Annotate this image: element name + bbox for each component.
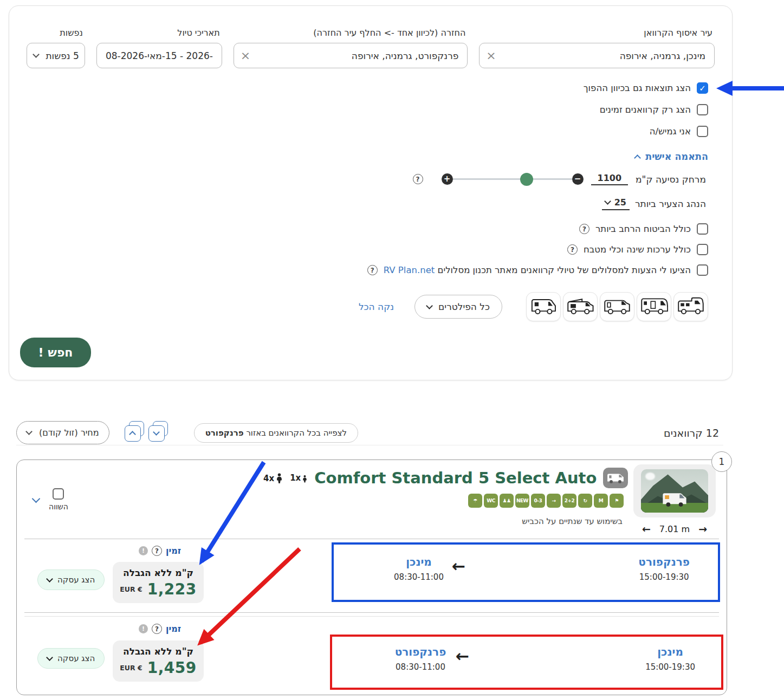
insurance-checkbox[interactable] <box>697 223 708 235</box>
kits-label: כולל ערכות שינה וכלי מטבח <box>584 244 691 255</box>
show-deal-button-outbound[interactable]: הצג עסקה <box>37 569 105 590</box>
routes-checkbox[interactable] <box>697 264 708 276</box>
one-way-icon: → <box>547 494 561 508</box>
result-rank-badge: 1 <box>711 451 732 472</box>
search-form-card: עיר איסוף הקרוואן × החזרה (לכיוון אחד ->… <box>9 5 733 380</box>
pickup-label: עיר איסוף הקרוואן <box>479 28 715 38</box>
status-help-icon[interactable]: ? <box>152 624 162 634</box>
insurance-help-icon[interactable]: ? <box>579 224 589 234</box>
currency-label: EUR € <box>120 664 142 672</box>
reverse-direction-checkbox[interactable]: ✓ <box>697 82 708 94</box>
vehicle-type-integrated-icon[interactable] <box>637 292 671 321</box>
available-only-label: הצג רק קרוואנים זמינים <box>600 105 691 115</box>
available-only-option[interactable]: הצג רק קרוואנים זמינים <box>600 104 708 115</box>
status-help-icon[interactable]: ? <box>152 546 162 556</box>
routes-help-icon[interactable]: ? <box>367 265 378 275</box>
route-to-time: 08:30-11:00 <box>384 572 454 582</box>
flexible-option[interactable]: אני גמיש/ה <box>650 126 708 137</box>
distance-value[interactable]: 1100 <box>591 173 629 185</box>
chevron-down-icon <box>25 428 33 435</box>
vehicle-title-row: 4x 1x Comfort Standard 5 Select Auto <box>263 468 628 488</box>
slider-plus-icon[interactable]: + <box>442 173 453 185</box>
fare-route-return[interactable]: מינכן 15:00-19:30 ← פרנקפורט 08:30-11:00 <box>330 635 723 690</box>
vehicle-type-van-icon[interactable] <box>526 292 561 321</box>
insurance-option[interactable]: כולל הביטוח הרחב ביותר ? <box>9 223 708 235</box>
vehicle-type-alcove-icon[interactable] <box>673 292 708 321</box>
persons-field: נפשות 5 נפשות <box>27 28 85 68</box>
show-deal-button-return[interactable]: הצג עסקה <box>37 648 105 669</box>
distance-row: מרחק נסיעה ק"מ 1100 − + ? <box>9 173 706 185</box>
dates-field: תאריכי טיול <box>96 28 222 68</box>
slider-track[interactable] <box>453 178 572 180</box>
status-info-icon[interactable]: ! <box>139 624 148 633</box>
chevron-down-icon <box>46 575 53 582</box>
pax-extra: 1x <box>290 473 308 483</box>
collapse-all-button[interactable] <box>126 424 143 442</box>
distance-help-icon[interactable]: ? <box>413 174 423 184</box>
automatic-transmission-icon: ↻ <box>578 494 592 508</box>
price-box-outbound[interactable]: ק"מ ללא הגבלה EUR € 1,223 <box>113 562 204 603</box>
view-all-label: לצפייה בכל הקרוואנים באזור <box>246 428 347 438</box>
availability-status: זמין ? ! <box>139 546 181 556</box>
rv-photo-icon <box>655 490 695 508</box>
divider <box>24 612 719 613</box>
flexible-checkbox[interactable] <box>697 126 708 137</box>
chevron-down-icon <box>46 654 53 661</box>
persons-select[interactable]: 5 נפשות <box>27 43 85 68</box>
routes-label: הציעו לי הצעות למסלולים של טיולי קרוואני… <box>384 265 691 275</box>
vehicle-type-filters: כל הפילטרים נקה הכל <box>9 292 708 321</box>
dates-input[interactable] <box>97 50 222 61</box>
vehicle-title[interactable]: Comfort Standard 5 Select Auto <box>314 469 597 487</box>
dates-label: תאריכי טיול <box>96 28 222 38</box>
rv-plan-link[interactable]: RV Plan.net <box>384 265 435 275</box>
chevron-up-icon <box>634 154 641 161</box>
all-filters-label: כל הפילטרים <box>438 301 490 312</box>
clear-all-link[interactable]: נקה הכל <box>359 301 394 312</box>
availability-status: זמין ? ! <box>139 624 181 634</box>
wc-icon: WC <box>484 494 498 508</box>
arrow-left-icon: ← <box>642 523 651 535</box>
price-box-return[interactable]: ק"מ ללא הגבלה EUR € 1,459 <box>113 640 204 682</box>
view-all-city: פרנקפורט <box>205 428 244 438</box>
vehicle-thumbnail-block: ← 7.01 m → <box>633 464 716 535</box>
unlimited-km-label: ק"מ ללא הגבלה <box>123 567 193 578</box>
return-input[interactable] <box>234 50 468 61</box>
search-options: ✓ הצג תוצאות גם בכיוון ההפוך הצג רק קרוו… <box>9 82 732 137</box>
new-vehicle-icon: NEW <box>515 494 529 508</box>
personalization-title: התאמה אישית <box>645 151 708 162</box>
expand-all-button[interactable] <box>150 424 167 442</box>
persons-label: נפשות <box>27 28 85 38</box>
distance-slider[interactable]: − + <box>442 173 584 185</box>
slider-minus-icon[interactable]: − <box>572 173 584 185</box>
flexible-label: אני גמיש/ה <box>650 126 691 137</box>
youngest-driver-select[interactable]: 25 <box>602 197 630 210</box>
personalization-toggle[interactable]: התאמה אישית <box>635 151 708 162</box>
pickup-clear-icon[interactable]: × <box>486 50 496 62</box>
child-age-icon: 0-3 <box>531 494 545 508</box>
status-info-icon[interactable]: ! <box>139 546 148 555</box>
vehicle-thumbnail[interactable] <box>633 464 716 517</box>
fare-route-outbound[interactable]: פרנקפורט 15:00-19:30 ← מינכן 08:30-11:00 <box>332 542 720 602</box>
vehicle-type-semi-integrated-icon[interactable] <box>600 292 634 321</box>
reverse-direction-option[interactable]: ✓ הצג תוצאות גם בכיוון ההפוך <box>584 82 708 94</box>
expand-card-icon[interactable] <box>32 494 41 503</box>
vehicle-type-campervan-icon[interactable] <box>563 292 598 321</box>
search-button[interactable]: חפש ! <box>20 338 91 367</box>
chevron-down-icon <box>33 51 40 58</box>
search-fields-row: עיר איסוף הקרוואן × החזרה (לכיוון אחד ->… <box>9 6 732 68</box>
route-from-city: פרנקפורט <box>638 555 690 568</box>
pickup-input[interactable] <box>480 50 714 61</box>
sort-select[interactable]: מחיר (זול קודם) <box>16 421 109 444</box>
routes-option[interactable]: הציעו לי הצעות למסלולים של טיולי קרוואני… <box>9 264 708 276</box>
seats-2plus2-icon: 2+2 <box>562 494 576 508</box>
view-all-button[interactable]: לצפייה בכל הקרוואנים באזור פרנקפורט <box>194 423 358 443</box>
kits-option[interactable]: כולל ערכות שינה וכלי מטבח ? <box>9 244 708 255</box>
available-only-checkbox[interactable] <box>697 104 708 115</box>
kits-checkbox[interactable] <box>697 244 708 255</box>
all-filters-button[interactable]: כל הפילטרים <box>414 295 502 319</box>
return-clear-icon[interactable]: × <box>241 50 250 62</box>
kits-help-icon[interactable]: ? <box>567 244 578 255</box>
slider-knob[interactable] <box>520 173 533 186</box>
status-label: זמין <box>166 546 181 556</box>
compare-checkbox[interactable] <box>53 488 64 500</box>
